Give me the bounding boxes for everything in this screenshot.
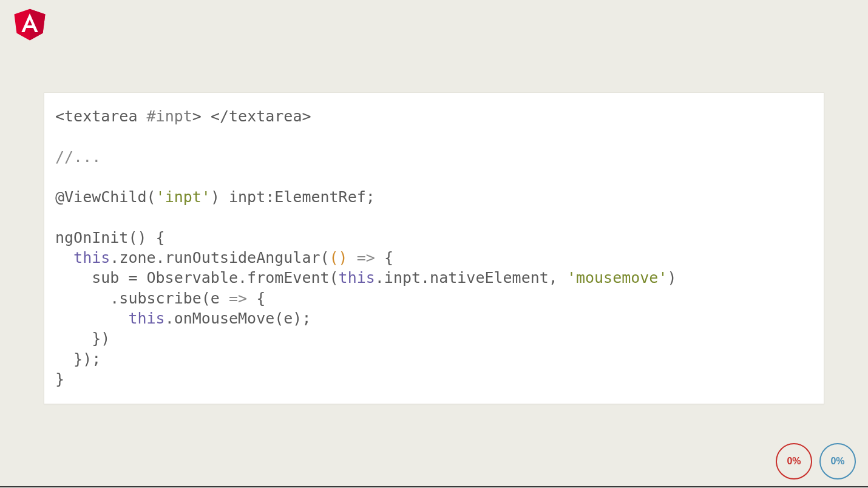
progress-indicators: 0% 0%: [776, 443, 856, 480]
progress-red-value: 0%: [787, 456, 801, 467]
slide-bottom-border: [0, 486, 868, 487]
progress-blue-circle: 0%: [819, 443, 856, 480]
angular-logo-icon: [12, 5, 47, 42]
code-snippet-block: <textarea #inpt> </textarea> //... @View…: [44, 92, 824, 404]
progress-red-circle: 0%: [776, 443, 812, 480]
progress-blue-value: 0%: [830, 456, 844, 467]
code-content: <textarea #inpt> </textarea> //... @View…: [55, 106, 813, 389]
